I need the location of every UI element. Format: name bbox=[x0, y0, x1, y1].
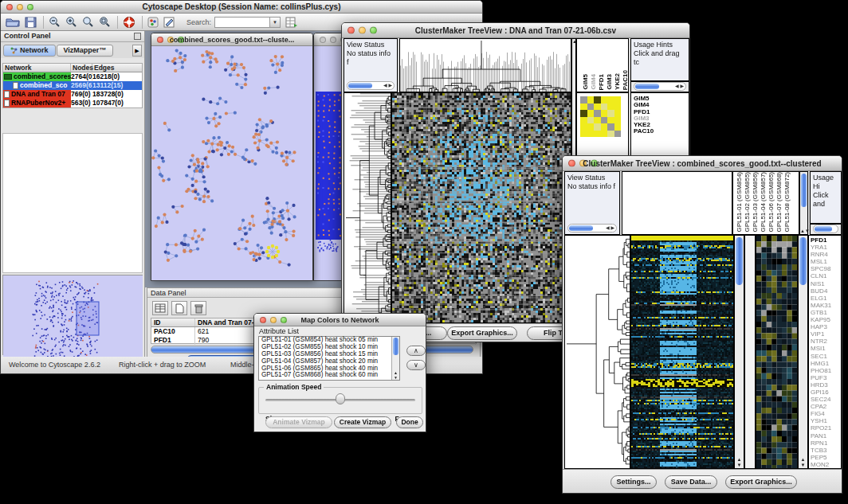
similarity-cell[interactable] bbox=[614, 96, 622, 104]
gene-label[interactable]: GPI16 bbox=[809, 389, 841, 396]
treeview1-titlebar[interactable]: ClusterMaker TreeView : DNA and Tran 07-… bbox=[342, 23, 689, 38]
similarity-cell[interactable] bbox=[587, 123, 595, 131]
similarity-cell[interactable] bbox=[614, 123, 622, 131]
gene-label[interactable]: HRD3 bbox=[809, 381, 841, 389]
scroll-arrows-icon[interactable]: ▲▼ bbox=[800, 229, 807, 234]
similarity-cell[interactable] bbox=[580, 123, 587, 131]
tv2-heatmap-scrollbar[interactable]: ▲▼ bbox=[734, 235, 744, 469]
tv1-status-scrollbar[interactable]: ◀ ▶ bbox=[347, 81, 395, 90]
similarity-cell[interactable] bbox=[607, 110, 614, 117]
tv2-status-scrollbar[interactable]: ◀ ▶ bbox=[567, 224, 617, 232]
scroll-arrows-icon[interactable]: ◀ ▶ bbox=[383, 82, 392, 89]
gene-label[interactable]: MAK31 bbox=[809, 302, 841, 309]
gene-label[interactable]: RNR4 bbox=[809, 251, 841, 258]
scroll-thumb[interactable] bbox=[635, 84, 659, 89]
scroll-track[interactable]: ◀ ▶ bbox=[634, 82, 686, 91]
gene-label[interactable]: SEC24 bbox=[809, 396, 841, 403]
gene-label[interactable]: FIG4 bbox=[809, 410, 841, 417]
similarity-cell[interactable] bbox=[607, 104, 614, 111]
scroll-thumb[interactable] bbox=[348, 83, 372, 88]
float-panel-icon[interactable] bbox=[134, 33, 141, 40]
tv1-column-dendrogram[interactable] bbox=[399, 38, 571, 92]
search-dropdown-icon[interactable]: ▼ bbox=[270, 17, 281, 28]
tv2-save-data----button[interactable]: Save Data... bbox=[665, 475, 717, 489]
tv2-secondary-heatmap-canvas[interactable] bbox=[756, 236, 797, 468]
new-attribute-icon[interactable] bbox=[171, 301, 187, 315]
scroll-arrows-icon[interactable]: ▲▼ bbox=[735, 457, 744, 468]
tv1-export-graphics----button[interactable]: Export Graphics... bbox=[447, 326, 517, 340]
similarity-cell[interactable] bbox=[601, 131, 608, 138]
network-list-row[interactable]: DNA and Tran 07769(0)183728(0) bbox=[3, 90, 142, 99]
attribute-table-icon[interactable] bbox=[152, 301, 168, 315]
animate-vizmap-button[interactable]: Animate Vizmap bbox=[265, 416, 332, 428]
gene-label[interactable]: CLN1 bbox=[809, 272, 841, 279]
tv2-secondary-scrollbar[interactable]: ▲▼ bbox=[798, 235, 808, 469]
similarity-cell[interactable] bbox=[594, 131, 601, 138]
scroll-up-icon[interactable]: ▲ bbox=[572, 39, 575, 45]
create-vizmap-button[interactable]: Create Vizmap bbox=[334, 416, 391, 428]
scroll-thumb[interactable] bbox=[736, 237, 743, 285]
zoom-selected-icon[interactable] bbox=[82, 16, 94, 28]
gene-label[interactable]: KAP95 bbox=[809, 316, 841, 323]
gene-label[interactable]: SEC1 bbox=[809, 353, 841, 360]
tab-overflow-button[interactable]: ▶ bbox=[132, 45, 142, 57]
attribute-list-scrollbar[interactable]: ▲▼ bbox=[391, 337, 399, 380]
scroll-thumb[interactable] bbox=[815, 226, 832, 232]
birdseye-view[interactable] bbox=[2, 275, 143, 355]
similarity-cell[interactable] bbox=[594, 96, 601, 104]
scroll-arrows-icon[interactable]: ▲▼ bbox=[392, 370, 399, 380]
vizmapper-icon[interactable] bbox=[147, 17, 159, 28]
minimize-icon[interactable] bbox=[330, 37, 336, 43]
treeview2-titlebar[interactable]: ClusterMaker TreeView : combined_scores_… bbox=[563, 156, 842, 171]
similarity-matrix[interactable] bbox=[580, 96, 621, 137]
similarity-cell[interactable] bbox=[594, 123, 601, 131]
gene-label[interactable]: PHO81 bbox=[809, 367, 841, 374]
search-input[interactable] bbox=[214, 17, 270, 28]
attribute-item[interactable]: GPL51-07 (GSM868) heat shock 60 min bbox=[259, 372, 399, 379]
gene-label[interactable]: MSI1 bbox=[809, 345, 841, 352]
similarity-cell[interactable] bbox=[607, 117, 614, 124]
gene-label[interactable]: PAN1 bbox=[809, 432, 841, 440]
tv1-row-dendrogram-canvas[interactable] bbox=[344, 93, 391, 322]
scroll-thumb[interactable] bbox=[801, 174, 807, 207]
network-window-titlebar[interactable]: combined_scores_good.txt--cluste... bbox=[151, 33, 312, 46]
network-list-header[interactable]: Network Nodes Edges bbox=[3, 64, 142, 72]
annotation-icon[interactable] bbox=[163, 17, 175, 28]
similarity-cell[interactable] bbox=[580, 96, 587, 104]
delete-attribute-icon[interactable] bbox=[190, 301, 206, 315]
table-import-icon[interactable] bbox=[285, 17, 298, 28]
tv2-heatmap[interactable] bbox=[630, 235, 734, 469]
dialog-titlebar[interactable]: Map Colors to Network bbox=[254, 314, 426, 326]
main-titlebar[interactable]: Cytoscape Desktop (Session Name: collins… bbox=[1, 1, 482, 14]
gene-label[interactable]: BUD4 bbox=[809, 287, 841, 295]
similarity-cell[interactable] bbox=[580, 131, 587, 138]
similarity-cell[interactable] bbox=[614, 110, 622, 117]
similarity-cell[interactable] bbox=[614, 104, 622, 111]
gene-label[interactable]: HAP3 bbox=[809, 323, 841, 330]
similarity-cell[interactable] bbox=[587, 96, 595, 104]
similarity-cell[interactable] bbox=[587, 110, 595, 117]
save-icon[interactable] bbox=[25, 17, 37, 28]
similarity-cell[interactable] bbox=[587, 131, 595, 138]
gene-label[interactable]: PEP5 bbox=[809, 454, 841, 461]
similarity-cell[interactable] bbox=[614, 117, 622, 124]
birdseye-canvas[interactable] bbox=[3, 275, 143, 361]
help-lifesaver-icon[interactable] bbox=[123, 16, 135, 29]
move-down-button[interactable]: ∨ bbox=[406, 360, 426, 370]
open-folder-icon[interactable] bbox=[6, 17, 20, 27]
done-button[interactable]: Done bbox=[396, 416, 423, 428]
similarity-cell[interactable] bbox=[587, 117, 595, 124]
gene-label[interactable]: MON2 bbox=[809, 461, 841, 468]
zoom-in-icon[interactable] bbox=[65, 16, 77, 28]
gene-label[interactable]: RPN1 bbox=[809, 440, 841, 447]
tv2-hints-scrollbar[interactable] bbox=[810, 224, 842, 235]
similarity-cell[interactable] bbox=[601, 96, 608, 104]
move-up-button[interactable]: ∧ bbox=[406, 346, 426, 356]
tv2-export-graphics----button[interactable]: Export Graphics... bbox=[725, 475, 797, 489]
similarity-cell[interactable] bbox=[594, 117, 601, 124]
gene-label[interactable]: SPC98 bbox=[809, 265, 841, 272]
attribute-listbox[interactable]: GPL51-01 (GSM854) heat shock 05 minGPL51… bbox=[258, 336, 400, 381]
similarity-cell[interactable] bbox=[601, 117, 608, 124]
similarity-cell[interactable] bbox=[580, 104, 587, 111]
gene-label[interactable]: VIP1 bbox=[809, 330, 841, 338]
